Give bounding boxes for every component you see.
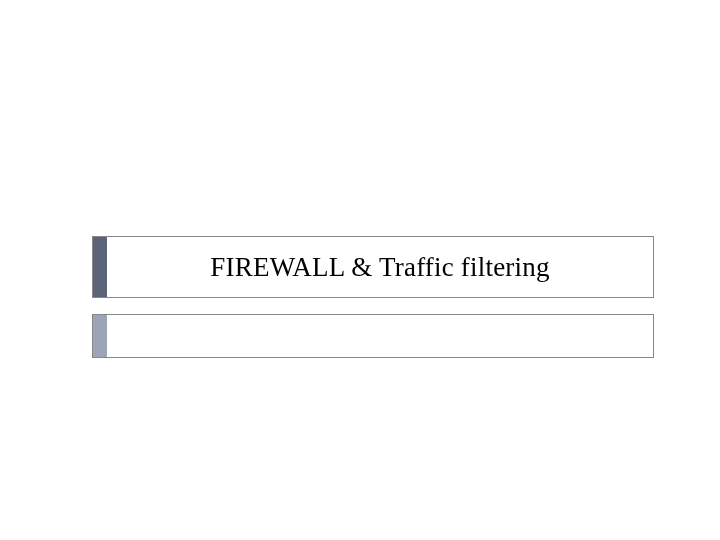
title-block: FIREWALL & Traffic filtering — [92, 236, 654, 298]
subtitle-text-wrap — [107, 315, 653, 357]
slide-title: FIREWALL & Traffic filtering — [210, 252, 549, 283]
subtitle-block — [92, 314, 654, 358]
title-accent-bar — [93, 237, 107, 297]
title-text-wrap: FIREWALL & Traffic filtering — [107, 237, 653, 297]
subtitle-accent-bar — [93, 315, 107, 357]
